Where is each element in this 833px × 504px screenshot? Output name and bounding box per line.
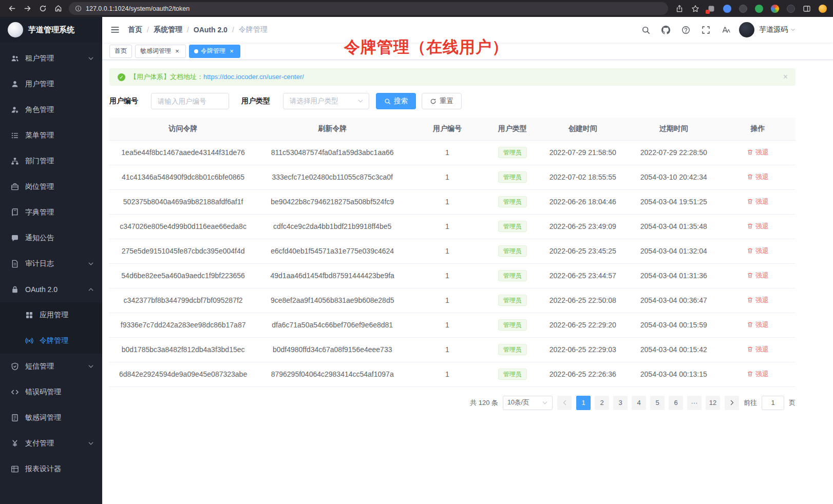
sidebar-item[interactable]: 菜单管理 [0, 123, 102, 148]
menu-list-icon [10, 131, 19, 140]
force-logout-button[interactable]: 强退 [747, 345, 769, 354]
sidebar-item[interactable]: 租户管理 [0, 46, 102, 71]
user-name[interactable]: 芋道源码 [759, 25, 788, 34]
success-check-icon: ✓ [118, 73, 125, 81]
breadcrumb-item[interactable]: 系统管理 [154, 25, 182, 34]
forward-button[interactable] [21, 2, 34, 15]
sidebar-item[interactable]: 用户管理 [0, 71, 102, 97]
github-icon[interactable] [660, 24, 671, 35]
search-icon[interactable] [640, 24, 651, 35]
breadcrumb-item[interactable]: OAuth 2.0 [194, 26, 228, 34]
delete-icon [747, 297, 753, 303]
user-id-input[interactable] [151, 93, 229, 109]
address-bar[interactable]: 127.0.0.1:1024/system/oauth2/token [69, 2, 668, 15]
reset-button-label: 重置 [440, 96, 453, 106]
refresh-token-cell: b0df4980ffd34c67a08f9156e4eee733 [257, 337, 408, 362]
share-icon[interactable] [674, 4, 685, 14]
user-type-cell: 管理员 [487, 288, 538, 313]
sidebar-item[interactable]: 审计日志 [0, 251, 102, 277]
force-logout-button[interactable]: 强退 [747, 222, 769, 231]
action-cell: 强退 [720, 239, 796, 263]
user-type-select[interactable]: 请选择用户类型 [283, 93, 369, 109]
menu-fold-icon[interactable] [110, 25, 120, 34]
extension-green-icon[interactable] [754, 4, 764, 14]
pager-page-button[interactable]: 3 [613, 396, 628, 410]
sidebar-item[interactable]: 令牌管理 [0, 328, 102, 354]
sidebar-item-label: 短信管理 [25, 362, 54, 371]
extension-blue-icon[interactable] [722, 4, 732, 14]
profile-avatar-icon[interactable] [818, 4, 828, 14]
extension-dark-icon[interactable] [738, 4, 748, 14]
tab-close-icon[interactable]: × [228, 48, 235, 55]
font-size-icon[interactable] [720, 24, 731, 35]
sidebar-item[interactable]: 角色管理 [0, 97, 102, 123]
doc-alert: ✓ 【用户体系】文档地址：https://doc.iocoder.cn/user… [109, 68, 796, 86]
user-avatar[interactable] [739, 22, 754, 37]
split-view-icon[interactable] [802, 4, 812, 14]
tab-item[interactable]: 敏感词管理× [135, 45, 186, 58]
search-button[interactable]: 搜索 [376, 93, 416, 109]
tab-item[interactable]: 首页 [109, 45, 132, 58]
sidebar-item-label: 岗位管理 [25, 182, 54, 191]
extension-paw-icon[interactable] [786, 4, 796, 14]
sidebar-item[interactable]: 通知公告 [0, 225, 102, 251]
extension-colorful-icon[interactable] [770, 4, 780, 14]
app-logo[interactable]: 芋道管理系统 [0, 17, 102, 43]
tokens-table: 访问令牌刷新令牌用户编号用户类型创建时间过期时间操作 1ea5e44f8bc14… [109, 118, 796, 387]
expire-time-cell: 2054-03-10 20:42:34 [628, 165, 720, 189]
home-button[interactable] [51, 2, 65, 15]
refresh-token-cell: e6cfd40eb1f54571a31e775e039c4624 [257, 239, 408, 263]
fullscreen-icon[interactable] [700, 24, 711, 35]
back-button[interactable] [5, 2, 18, 15]
bookmark-star-icon[interactable] [690, 4, 701, 14]
pager-page-button[interactable]: 12 [706, 396, 720, 410]
pager-page-button[interactable]: 1 [576, 396, 591, 410]
reset-button[interactable]: 重置 [422, 93, 462, 109]
sidebar-item[interactable]: 岗位管理 [0, 174, 102, 200]
user-type-badge: 管理员 [498, 221, 527, 232]
pager-more-button[interactable]: ··· [687, 396, 702, 410]
sidebar-item-label: OAuth 2.0 [25, 285, 58, 294]
extensions-icon[interactable] [706, 4, 716, 14]
pager-next-button[interactable] [725, 396, 739, 410]
doc-link[interactable]: https://doc.iocoder.cn/user-center/ [203, 73, 304, 81]
sidebar-item[interactable]: 应用管理 [0, 302, 102, 328]
report-icon [10, 465, 19, 473]
table-row: 41c41346a548490f9dc8b01c6bfe0865333ecfc7… [109, 165, 796, 189]
force-logout-button[interactable]: 强退 [747, 246, 769, 256]
breadcrumb-item[interactable]: 首页 [128, 25, 142, 34]
pager-page-button[interactable]: 4 [632, 396, 646, 410]
sidebar-item[interactable]: 部门管理 [0, 148, 102, 174]
refresh-button[interactable] [36, 2, 49, 15]
table-row: 6d842e2924594de9a09e45e087323abe8796295f… [109, 362, 796, 386]
table-row: 54d6be82ee5a460a9aedc1f9bf22365649d1aa46… [109, 263, 796, 288]
force-logout-button[interactable]: 强退 [747, 370, 769, 379]
goto-page-input[interactable] [762, 396, 784, 410]
sidebar-item[interactable]: OAuth 2.0 [0, 277, 102, 302]
force-logout-button[interactable]: 强退 [747, 197, 769, 206]
tab-item[interactable]: 令牌管理× [189, 45, 240, 58]
pager-page-button[interactable]: 2 [595, 396, 609, 410]
sidebar-item[interactable]: 错误码管理 [0, 379, 102, 405]
force-logout-button[interactable]: 强退 [747, 320, 769, 329]
sidebar-item-label: 支付管理 [25, 439, 54, 448]
alert-close-icon[interactable]: × [783, 72, 788, 82]
pager-page-button[interactable]: 6 [669, 396, 683, 410]
sidebar-item[interactable]: 报表设计器 [0, 456, 102, 482]
page-size-select[interactable]: 10条/页 [503, 396, 553, 410]
sidebar-item[interactable]: 字典管理 [0, 200, 102, 225]
tab-close-icon[interactable]: × [174, 48, 181, 55]
pager-prev-button[interactable] [557, 396, 572, 410]
sidebar-item[interactable]: 短信管理 [0, 354, 102, 379]
expire-time-cell: 2054-03-04 01:32:04 [628, 239, 720, 263]
force-logout-button[interactable]: 强退 [747, 296, 769, 305]
refresh-token-cell: 9ce8ef2aa9f14056b831ae9b608e28d5 [257, 288, 408, 313]
force-logout-button[interactable]: 强退 [747, 172, 769, 182]
force-logout-button[interactable]: 强退 [747, 271, 769, 280]
question-icon[interactable] [680, 24, 691, 35]
sidebar-item[interactable]: 敏感词管理 [0, 405, 102, 431]
notice-icon [10, 234, 19, 242]
pager-page-button[interactable]: 5 [650, 396, 665, 410]
force-logout-button[interactable]: 强退 [747, 148, 769, 157]
sidebar-item[interactable]: 支付管理 [0, 431, 102, 456]
